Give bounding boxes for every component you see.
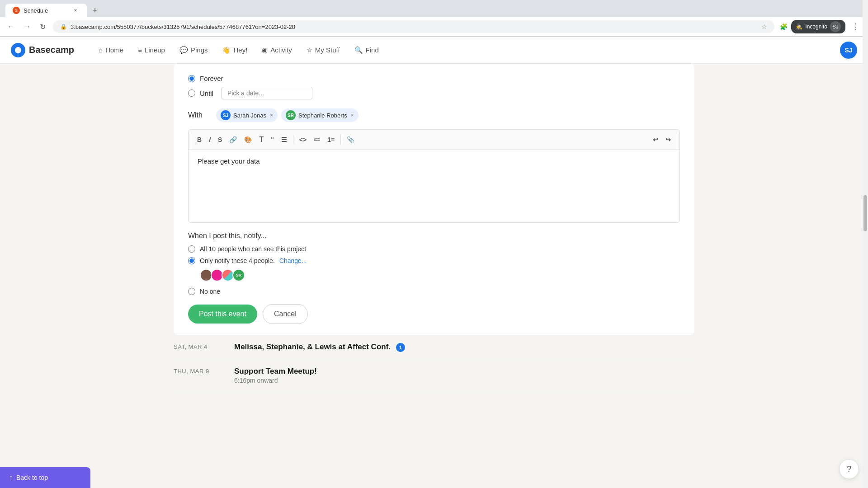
toolbar-align-button[interactable]: ☰ xyxy=(278,134,290,145)
notify-avatar-4: SR xyxy=(232,269,245,282)
toolbar-undo-button[interactable]: ↩ xyxy=(650,134,661,145)
user-tag-sr-avatar: SR xyxy=(286,110,296,120)
notify-all-radio[interactable] xyxy=(188,245,195,253)
nav-find-label: Find xyxy=(366,46,379,54)
refresh-button[interactable]: ↻ xyxy=(38,21,47,33)
tab-favicon: S xyxy=(13,7,20,14)
browser-menu-button[interactable]: ⋮ xyxy=(849,20,863,33)
change-notify-link[interactable]: Change... xyxy=(279,257,307,264)
user-tag-sr-close[interactable]: × xyxy=(351,112,354,118)
schedule-content-1: Support Team Meetup! 6:16pm onward xyxy=(234,367,694,384)
nav-home[interactable]: ⌂ Home xyxy=(92,42,130,57)
nav-lineup[interactable]: ≡ Lineup xyxy=(132,42,171,57)
my-stuff-icon: ☆ xyxy=(307,46,312,54)
notify-some-label: Only notify these 4 people. xyxy=(200,257,275,264)
logo-area[interactable]: Basecamp xyxy=(11,43,74,57)
editor-body[interactable]: Please get your data xyxy=(189,150,679,222)
extensions-icon[interactable]: 🧩 xyxy=(780,23,788,30)
user-tag-sj-avatar: SJ xyxy=(221,110,231,120)
notify-none-radio[interactable] xyxy=(188,288,195,295)
nav-activity-label: Activity xyxy=(270,46,292,54)
toolbar-redo-button[interactable]: ↪ xyxy=(662,134,674,145)
user-tag-sr[interactable]: SR Stephanie Roberts × xyxy=(281,108,359,122)
nav-find[interactable]: 🔍 Find xyxy=(348,42,385,58)
user-avatar[interactable]: SJ xyxy=(840,42,857,59)
scrollbar-area[interactable] xyxy=(863,0,868,392)
notify-some-radio[interactable] xyxy=(188,257,195,264)
forward-button[interactable]: → xyxy=(22,21,33,33)
post-event-button[interactable]: Post this event xyxy=(188,305,257,324)
cancel-button[interactable]: Cancel xyxy=(263,304,308,324)
schedule-subtitle-1: 6:16pm onward xyxy=(234,377,694,384)
recurrence-forever-label: Forever xyxy=(200,75,223,82)
schedule-section: SAT, MAR 4 Melissa, Stephanie, & Lewis a… xyxy=(174,335,694,392)
notify-some-row: Only notify these 4 people. Change... xyxy=(188,257,680,264)
toolbar-quote-button[interactable]: " xyxy=(268,134,277,145)
toolbar-attach-button[interactable]: 📎 xyxy=(344,134,358,145)
notify-options: All 10 people who can see this project O… xyxy=(188,245,680,295)
find-icon: 🔍 xyxy=(354,46,363,54)
schedule-title-0[interactable]: Melissa, Stephanie, & Lewis at Affect Co… xyxy=(234,343,391,351)
main-content: Forever Until With SJ Sarah Jonas × SR S… xyxy=(163,64,705,392)
notify-section: When I post this, notify... All 10 peopl… xyxy=(188,232,680,295)
recurrence-until-radio[interactable] xyxy=(188,89,195,97)
user-tag-sj[interactable]: SJ Sarah Jonas × xyxy=(216,108,278,122)
toolbar-separator xyxy=(293,135,293,144)
scrollbar-thumb[interactable] xyxy=(863,195,867,231)
recurrence-forever-row: Forever xyxy=(188,75,680,82)
toolbar-bold-button[interactable]: B xyxy=(194,134,205,145)
app-nav: Basecamp ⌂ Home ≡ Lineup 💬 Pings 👋 Hey! … xyxy=(0,37,868,64)
activity-icon: ◉ xyxy=(262,46,268,54)
incognito-badge: 🕵️ Incognito SJ xyxy=(791,20,845,33)
nav-hey[interactable]: 👋 Hey! xyxy=(216,42,254,58)
incognito-label: Incognito xyxy=(805,23,827,30)
tab-close-button[interactable]: × xyxy=(71,6,80,14)
nav-my-stuff[interactable]: ☆ My Stuff xyxy=(300,42,346,58)
back-button[interactable]: ← xyxy=(5,21,16,33)
user-tag-sj-close[interactable]: × xyxy=(270,112,273,118)
recurrence-until-label: Until xyxy=(200,89,213,97)
tab-title: Schedule xyxy=(24,7,48,14)
recurrence-group: Forever Until xyxy=(188,75,680,99)
pings-icon: 💬 xyxy=(179,46,188,54)
recurrence-forever-radio[interactable] xyxy=(188,75,195,82)
toolbar-size-button[interactable]: T xyxy=(256,133,267,146)
notify-all-label: All 10 people who can see this project xyxy=(200,245,306,253)
with-row: With SJ Sarah Jonas × SR Stephanie Rober… xyxy=(188,108,680,122)
incognito-icon: 🕵️ xyxy=(796,23,802,30)
with-label: With xyxy=(188,111,211,119)
bookmark-icon[interactable]: ☆ xyxy=(761,23,767,30)
nav-lineup-label: Lineup xyxy=(145,46,165,54)
nav-activity[interactable]: ◉ Activity xyxy=(255,42,298,58)
url-text: 3.basecamp.com/5550377/buckets/31325791/… xyxy=(71,23,758,30)
notify-all-row: All 10 people who can see this project xyxy=(188,245,680,253)
home-icon: ⌂ xyxy=(99,46,103,54)
incognito-avatar: SJ xyxy=(830,21,841,32)
toolbar-bullet-button[interactable]: ≔ xyxy=(311,134,323,145)
notify-avatars-row: SR xyxy=(200,269,680,282)
address-bar[interactable]: 🔒 3.basecamp.com/5550377/buckets/3132579… xyxy=(53,20,774,33)
toolbar-highlight-button[interactable]: 🎨 xyxy=(241,134,255,145)
date-picker-input[interactable] xyxy=(222,87,312,99)
nav-pings[interactable]: 💬 Pings xyxy=(173,42,214,58)
schedule-entry-0: SAT, MAR 4 Melissa, Stephanie, & Lewis a… xyxy=(174,335,694,360)
logo-inner xyxy=(14,46,23,55)
toolbar-strikethrough-button[interactable]: S xyxy=(215,134,225,145)
active-tab[interactable]: S Schedule × xyxy=(5,4,87,17)
user-tag-sr-name: Stephanie Roberts xyxy=(298,112,347,119)
toolbar-ordered-button[interactable]: 1≡ xyxy=(324,134,338,145)
new-tab-button[interactable]: + xyxy=(89,4,101,17)
toolbar-link-button[interactable]: 🔗 xyxy=(226,134,240,145)
nav-hey-label: Hey! xyxy=(233,46,247,54)
editor-container: B I S 🔗 🎨 T " ☰ <> ≔ 1≡ 📎 ↩ ↪ Please get… xyxy=(188,129,680,223)
schedule-date-1: THU, MAR 9 xyxy=(174,367,223,375)
logo-icon xyxy=(11,43,25,57)
schedule-title-1[interactable]: Support Team Meetup! xyxy=(234,367,694,376)
toolbar-separator-2 xyxy=(340,135,341,144)
browser-actions: 🧩 🕵️ Incognito SJ ⋮ xyxy=(780,20,863,33)
notify-title: When I post this, notify... xyxy=(188,232,680,240)
toolbar-code-button[interactable]: <> xyxy=(296,134,310,145)
lock-icon: 🔒 xyxy=(60,23,67,30)
toolbar-italic-button[interactable]: I xyxy=(206,134,214,145)
nav-right: SJ xyxy=(840,42,857,59)
